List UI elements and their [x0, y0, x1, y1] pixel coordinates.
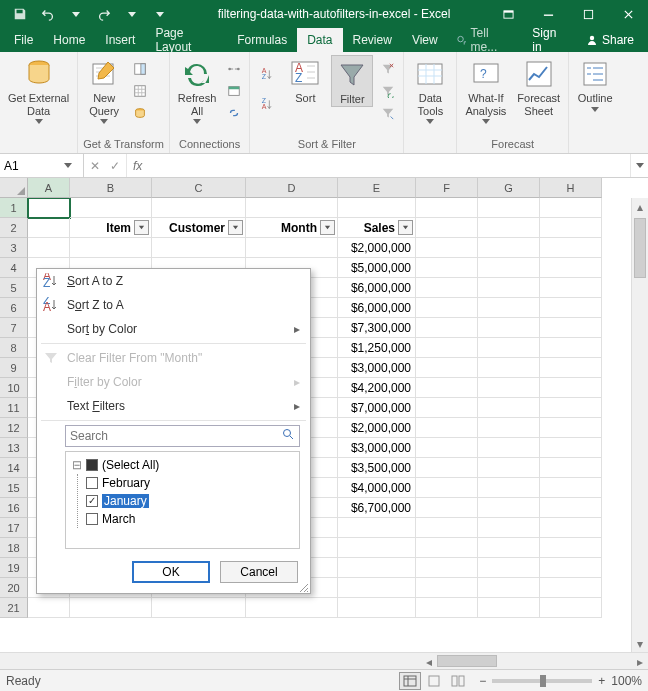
filter-option-january[interactable]: January	[86, 492, 293, 510]
cell[interactable]	[338, 578, 416, 598]
row-header[interactable]: 6	[0, 298, 28, 318]
row-header[interactable]: 4	[0, 258, 28, 278]
row-header[interactable]: 13	[0, 438, 28, 458]
row-header[interactable]: 2	[0, 218, 28, 238]
row-header[interactable]: 9	[0, 358, 28, 378]
cell[interactable]	[540, 318, 602, 338]
scroll-left-icon[interactable]: ◂	[420, 653, 437, 670]
zoom-out-icon[interactable]: −	[479, 674, 486, 688]
cell[interactable]	[28, 198, 70, 218]
data-tools-button[interactable]: Data Tools	[409, 55, 451, 124]
cell[interactable]: $2,000,000	[338, 238, 416, 258]
cell[interactable]	[478, 458, 540, 478]
ok-button[interactable]: OK	[132, 561, 210, 583]
cell[interactable]: $6,000,000	[338, 278, 416, 298]
sort-descending-icon[interactable]: ZA	[255, 91, 279, 119]
cell[interactable]	[246, 238, 338, 258]
cell[interactable]	[28, 218, 70, 238]
menu-sort-ascending[interactable]: AZ Sort A to Z	[37, 269, 310, 293]
new-query-button[interactable]: New Query	[83, 55, 125, 124]
cell[interactable]	[478, 558, 540, 578]
filter-option-february[interactable]: February	[86, 474, 293, 492]
filter-dropdown-button[interactable]	[228, 220, 243, 235]
tab-review[interactable]: Review	[343, 28, 402, 52]
scroll-down-icon[interactable]: ▾	[632, 635, 648, 652]
show-queries-icon[interactable]	[130, 59, 150, 79]
cell[interactable]	[478, 438, 540, 458]
clear-filter-icon[interactable]	[378, 59, 398, 79]
tab-page-layout[interactable]: Page Layout	[145, 28, 227, 52]
advanced-filter-icon[interactable]	[378, 103, 398, 123]
cell[interactable]	[478, 378, 540, 398]
tab-formulas[interactable]: Formulas	[227, 28, 297, 52]
share-button[interactable]: Share	[576, 28, 644, 52]
cell[interactable]	[540, 558, 602, 578]
zoom-in-icon[interactable]: +	[598, 674, 605, 688]
cell[interactable]	[416, 338, 478, 358]
vertical-scrollbar[interactable]: ▴ ▾	[631, 198, 648, 652]
get-external-data-button[interactable]: Get External Data	[5, 55, 72, 124]
scroll-up-icon[interactable]: ▴	[632, 198, 648, 215]
cell[interactable]: $4,200,000	[338, 378, 416, 398]
page-break-view-icon[interactable]	[447, 672, 469, 690]
cell[interactable]	[478, 338, 540, 358]
cell[interactable]	[540, 218, 602, 238]
redo-dropdown-icon[interactable]	[120, 2, 144, 26]
row-header[interactable]: 10	[0, 378, 28, 398]
select-all-corner[interactable]	[0, 178, 28, 198]
row-header[interactable]: 3	[0, 238, 28, 258]
cell[interactable]	[416, 258, 478, 278]
cell[interactable]	[338, 518, 416, 538]
cell[interactable]	[540, 238, 602, 258]
cell[interactable]: $4,000,000	[338, 478, 416, 498]
cell[interactable]: $3,000,000	[338, 358, 416, 378]
properties-icon[interactable]	[224, 81, 244, 101]
cell[interactable]	[416, 478, 478, 498]
chevron-down-icon[interactable]	[64, 163, 72, 168]
cell[interactable]	[540, 458, 602, 478]
minimize-button[interactable]	[528, 0, 568, 28]
fx-label[interactable]: fx	[127, 154, 148, 177]
filter-select-all[interactable]: ⊟ (Select All)	[72, 456, 293, 474]
cell[interactable]	[416, 538, 478, 558]
cancel-button[interactable]: Cancel	[220, 561, 298, 583]
cell[interactable]	[478, 498, 540, 518]
filter-dropdown-button[interactable]	[398, 220, 413, 235]
cell[interactable]: $5,000,000	[338, 258, 416, 278]
maximize-button[interactable]	[568, 0, 608, 28]
cell[interactable]	[540, 418, 602, 438]
cell[interactable]	[416, 598, 478, 618]
cell[interactable]	[540, 398, 602, 418]
recent-sources-icon[interactable]	[130, 103, 150, 123]
cell[interactable]	[478, 258, 540, 278]
row-header[interactable]: 17	[0, 518, 28, 538]
cell[interactable]	[416, 318, 478, 338]
what-if-analysis-button[interactable]: ? What-If Analysis	[462, 55, 509, 124]
cell[interactable]	[416, 278, 478, 298]
tab-view[interactable]: View	[402, 28, 448, 52]
edit-links-icon[interactable]	[224, 103, 244, 123]
cell[interactable]	[338, 198, 416, 218]
cell[interactable]	[416, 578, 478, 598]
row-header[interactable]: 18	[0, 538, 28, 558]
refresh-all-button[interactable]: Refresh All	[175, 55, 220, 124]
zoom-slider[interactable]	[492, 679, 592, 683]
cell[interactable]	[416, 558, 478, 578]
normal-view-icon[interactable]	[399, 672, 421, 690]
cell[interactable]: $2,000,000	[338, 418, 416, 438]
cell[interactable]	[70, 598, 152, 618]
checkbox-checked-icon[interactable]	[86, 495, 98, 507]
page-layout-view-icon[interactable]	[423, 672, 445, 690]
row-header[interactable]: 12	[0, 418, 28, 438]
formula-input[interactable]	[148, 154, 630, 177]
cell[interactable]	[540, 438, 602, 458]
column-header[interactable]: C	[152, 178, 246, 198]
menu-sort-descending[interactable]: ZA Sort Z to A	[37, 293, 310, 317]
cell[interactable]	[478, 358, 540, 378]
save-icon[interactable]	[8, 2, 32, 26]
filter-search-input[interactable]	[70, 429, 282, 443]
column-header[interactable]: F	[416, 178, 478, 198]
cell[interactable]	[478, 518, 540, 538]
row-header[interactable]: 5	[0, 278, 28, 298]
cell[interactable]	[478, 598, 540, 618]
